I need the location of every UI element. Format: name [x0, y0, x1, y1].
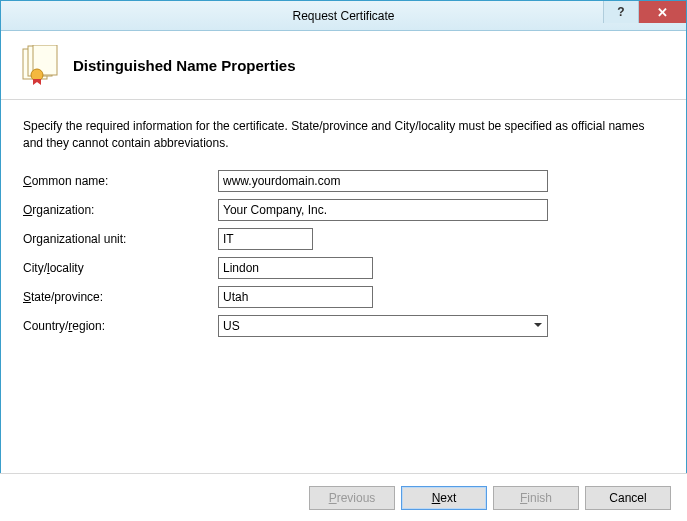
label-common-name: Common name: — [23, 174, 218, 188]
label-city: City/locality — [23, 261, 218, 275]
row-country: Country/region: US — [23, 315, 664, 337]
cancel-button[interactable]: Cancel — [585, 486, 671, 510]
input-common-name[interactable] — [218, 170, 548, 192]
window-title: Request Certificate — [292, 9, 394, 23]
close-button[interactable]: ✕ — [638, 1, 686, 23]
input-city[interactable] — [218, 257, 373, 279]
dialog-header: Distinguished Name Properties — [1, 31, 686, 100]
row-common-name: Common name: — [23, 170, 664, 192]
dialog-content: Specify the required information for the… — [1, 100, 686, 354]
select-country[interactable]: US — [218, 315, 548, 337]
instructions-text: Specify the required information for the… — [23, 118, 664, 152]
row-org-unit: Organizational unit: — [23, 228, 664, 250]
select-country-wrap: US — [218, 315, 548, 337]
row-organization: Organization: — [23, 199, 664, 221]
label-state: State/province: — [23, 290, 218, 304]
input-state[interactable] — [218, 286, 373, 308]
dialog-footer: Previous Next Finish Cancel — [0, 473, 687, 521]
label-org-unit: Organizational unit: — [23, 232, 218, 246]
label-organization: Organization: — [23, 203, 218, 217]
row-state: State/province: — [23, 286, 664, 308]
next-button[interactable]: Next — [401, 486, 487, 510]
finish-button: Finish — [493, 486, 579, 510]
dialog-title: Distinguished Name Properties — [73, 57, 296, 74]
previous-button: Previous — [309, 486, 395, 510]
certificate-icon — [19, 45, 59, 85]
titlebar: Request Certificate ? ✕ — [1, 1, 686, 31]
row-city: City/locality — [23, 257, 664, 279]
help-button[interactable]: ? — [603, 1, 638, 23]
titlebar-buttons: ? ✕ — [603, 1, 686, 30]
input-org-unit[interactable] — [218, 228, 313, 250]
label-country: Country/region: — [23, 319, 218, 333]
input-organization[interactable] — [218, 199, 548, 221]
